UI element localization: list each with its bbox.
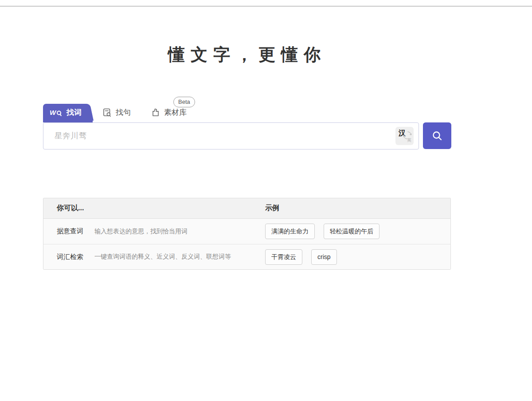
example-chip[interactable]: 轻松温暖的午后 bbox=[324, 224, 379, 239]
feature-description: 一键查询词语的释义、近义词、反义词、联想词等 bbox=[94, 253, 231, 261]
header-examples: 示例 bbox=[258, 204, 450, 213]
help-table: 你可以... 示例 据意查词 输入想表达的意思，找到恰当用词 满满的生命力 轻松… bbox=[43, 198, 451, 270]
example-chip[interactable]: 满满的生命力 bbox=[265, 224, 315, 239]
tab-find-word-wrap: W 找词 bbox=[43, 103, 93, 122]
feature-name: 词汇检索 bbox=[57, 253, 94, 261]
table-row-vocabulary-lookup: 词汇检索 一键查询词语的释义、近义词、反义词、联想词等 干霄凌云 crisp bbox=[43, 244, 450, 269]
example-chip[interactable]: 干霄凌云 bbox=[265, 249, 302, 265]
search-button[interactable] bbox=[423, 122, 451, 149]
search-field: 汉 英 bbox=[43, 122, 419, 149]
beta-badge: Beta bbox=[173, 97, 195, 107]
tab-find-sentence[interactable]: 找句 bbox=[102, 104, 131, 121]
wantwords-logo-icon: W bbox=[50, 108, 63, 117]
language-toggle[interactable]: 汉 英 bbox=[395, 127, 414, 145]
header-you-can: 你可以... bbox=[43, 204, 258, 213]
tab-find-sentence-label: 找句 bbox=[116, 107, 131, 118]
language-secondary-label: 英 bbox=[407, 137, 411, 143]
search-input[interactable] bbox=[43, 122, 419, 149]
magnifier-icon bbox=[431, 130, 443, 142]
tab-material-library-label: 素材库 bbox=[164, 107, 187, 118]
feature-name: 据意查词 bbox=[57, 227, 94, 236]
table-row-query-by-meaning: 据意查词 输入想表达的意思，找到恰当用词 满满的生命力 轻松温暖的午后 bbox=[43, 219, 450, 244]
material-library-icon bbox=[151, 108, 160, 117]
help-table-header: 你可以... 示例 bbox=[43, 198, 450, 219]
page-title: 懂文字，更懂你 bbox=[0, 43, 494, 66]
tab-find-word-label: 找词 bbox=[66, 107, 82, 118]
doc-search-icon bbox=[102, 108, 112, 117]
tab-bar: W 找词 找句 bbox=[43, 103, 187, 122]
svg-text:W: W bbox=[50, 109, 57, 116]
top-divider bbox=[0, 6, 532, 7]
example-chip[interactable]: crisp bbox=[311, 249, 337, 265]
tab-find-word[interactable]: W 找词 bbox=[43, 104, 86, 121]
page: 懂文字，更懂你 W 找词 bbox=[0, 0, 532, 401]
feature-description: 输入想表达的意思，找到恰当用词 bbox=[94, 228, 188, 236]
